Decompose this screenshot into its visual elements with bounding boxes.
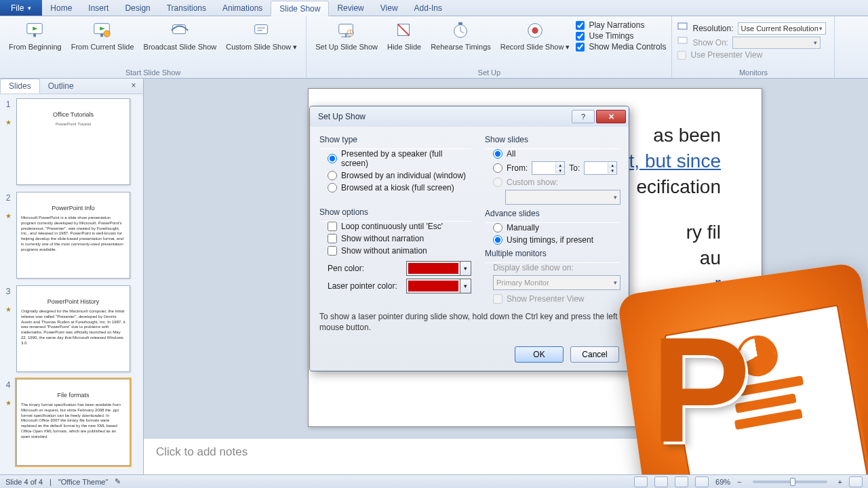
tab-transitions[interactable]: Transitions	[159, 0, 214, 16]
custom-show-combo	[505, 190, 620, 205]
tab-slide-show[interactable]: Slide Show	[271, 1, 329, 16]
zoom-slider[interactable]	[753, 481, 827, 483]
group-setup-label: Set Up	[312, 68, 666, 78]
notes-pane[interactable]: Click to add notes	[144, 438, 868, 474]
laser-color-label: Laser pointer color:	[328, 281, 402, 291]
cancel-button[interactable]: Cancel	[570, 346, 619, 363]
broadcast-label: Broadcast Slide Show	[144, 43, 217, 51]
dialog-titlebar[interactable]: Set Up Show ? ✕	[310, 106, 629, 127]
opt-presented[interactable]: Presented by a speaker (full screen)	[328, 149, 471, 168]
thumbnail-3[interactable]: 3★ PowerPoint HistoryOriginally designed…	[4, 285, 139, 372]
opt-from-to[interactable]: From: ▲▼ To: ▲▼	[493, 161, 620, 175]
status-bar: Slide 4 of 4 | "Office Theme" ✎ 69% − +	[0, 474, 868, 488]
tab-design[interactable]: Design	[117, 0, 158, 16]
opt-manually[interactable]: Manually	[493, 223, 620, 232]
custom-show-button[interactable]: Custom Slide Show ▾	[222, 18, 300, 53]
presenter-view-check: Use Presenter View	[677, 50, 829, 60]
svg-rect-2	[33, 34, 36, 37]
record-icon	[524, 20, 546, 41]
resolution-select[interactable]: Use Current Resolution	[738, 22, 826, 35]
show-slides-heading: Show slides	[485, 135, 620, 144]
panel-tab-outline[interactable]: Outline	[40, 79, 82, 93]
thumbnail-1[interactable]: 1★ Office TutorialsPowerPoint Tutorial	[4, 98, 139, 185]
dialog-help-button[interactable]: ?	[572, 110, 595, 123]
tab-animations[interactable]: Animations	[214, 0, 271, 16]
tab-home[interactable]: Home	[42, 0, 80, 16]
zoom-in-button[interactable]: +	[838, 478, 842, 486]
view-normal-button[interactable]	[634, 476, 648, 487]
opt-no-animation[interactable]: Show without animation	[328, 246, 471, 256]
resolution-icon	[677, 22, 688, 35]
svg-rect-11	[339, 24, 353, 34]
ok-button[interactable]: OK	[515, 346, 564, 363]
broadcast-icon	[169, 20, 191, 41]
status-slide: Slide 4 of 4	[5, 478, 43, 486]
setup-show-button[interactable]: Set Up Slide Show	[312, 18, 381, 53]
view-slideshow-button[interactable]	[695, 476, 709, 487]
svg-rect-5	[100, 34, 103, 37]
group-start-label: Start Slide Show	[5, 68, 300, 78]
dialog-hint: To show a laser pointer during slide sho…	[319, 312, 619, 333]
from-beginning-button[interactable]: From Beginning	[5, 18, 65, 53]
view-sorter-button[interactable]	[654, 476, 668, 487]
opt-loop[interactable]: Loop continuously until 'Esc'	[328, 222, 471, 231]
thumbnail-4[interactable]: 4★ File formatsThe binary format specifi…	[4, 379, 139, 466]
show-media-check[interactable]: Show Media Controls	[576, 42, 666, 52]
view-reading-button[interactable]	[675, 476, 688, 487]
thumbnail-2[interactable]: 2★ PowerPoint InfoMicrosoft PowerPoint i…	[4, 192, 139, 279]
zoom-out-button[interactable]: −	[737, 478, 741, 486]
broadcast-button[interactable]: Broadcast Slide Show	[140, 18, 220, 53]
opt-timings[interactable]: Using timings, if present	[493, 235, 620, 245]
custom-show-icon	[251, 20, 273, 41]
thumbnail-list[interactable]: 1★ Office TutorialsPowerPoint Tutorial2★…	[0, 94, 143, 474]
svg-rect-9	[257, 27, 264, 28]
resolution-row[interactable]: Resolution: Use Current Resolution	[677, 22, 829, 35]
play-current-icon	[92, 20, 113, 41]
tab-insert[interactable]: Insert	[80, 0, 117, 16]
laser-color-combo[interactable]: ▾	[406, 279, 471, 293]
status-theme: "Office Theme"	[58, 478, 108, 486]
tab-review[interactable]: Review	[329, 0, 372, 16]
panel-close-icon[interactable]: ×	[128, 81, 139, 92]
hide-slide-label: Hide Slide	[387, 43, 421, 51]
svg-point-19	[532, 27, 538, 33]
fit-to-window-button[interactable]	[849, 476, 863, 487]
custom-show-label: Custom Slide Show ▾	[226, 43, 297, 51]
show-on-label: Show On:	[692, 38, 728, 47]
from-beginning-label: From Beginning	[9, 43, 62, 51]
slides-panel: Slides Outline × 1★ Office TutorialsPowe…	[0, 79, 144, 474]
svg-rect-21	[678, 37, 687, 43]
opt-no-narration[interactable]: Show without narration	[328, 234, 471, 243]
from-current-button[interactable]: From Current Slide	[68, 18, 138, 53]
play-screen-icon	[24, 20, 46, 41]
rehearse-icon	[450, 20, 471, 41]
svg-rect-17	[459, 22, 463, 25]
opt-all-slides[interactable]: All	[493, 149, 620, 159]
svg-rect-20	[678, 23, 687, 29]
play-narrations-check[interactable]: Play Narrations	[576, 20, 666, 30]
opt-browsed-kiosk[interactable]: Browsed at a kiosk (full screen)	[328, 183, 471, 192]
dialog-title: Set Up Show	[318, 112, 366, 121]
show-on-icon	[677, 36, 688, 49]
panel-tab-slides[interactable]: Slides	[0, 79, 40, 94]
spellcheck-icon[interactable]: ✎	[115, 477, 121, 486]
tab-view[interactable]: View	[372, 0, 406, 16]
rehearse-button[interactable]: Rehearse Timings	[427, 18, 494, 53]
opt-show-presenter-view: Show Presenter View	[493, 294, 620, 304]
opt-browsed-individual[interactable]: Browsed by an individual (window)	[328, 171, 471, 180]
record-button[interactable]: Record Slide Show ▾	[497, 18, 574, 53]
setup-show-label: Set Up Slide Show	[315, 43, 378, 51]
display-on-label: Display slide show on:	[493, 263, 620, 272]
tab-addins[interactable]: Add-Ins	[406, 0, 450, 16]
show-type-heading: Show type	[319, 135, 471, 144]
file-tab[interactable]: File ▾	[0, 0, 42, 16]
use-timings-check[interactable]: Use Timings	[576, 31, 666, 41]
setup-show-dialog: Set Up Show ? ✕ Show type Presented by a…	[309, 106, 629, 371]
hide-slide-button[interactable]: Hide Slide	[384, 18, 425, 53]
dialog-close-button[interactable]: ✕	[596, 110, 626, 123]
from-spinner[interactable]: ▲▼	[532, 161, 565, 175]
to-spinner[interactable]: ▲▼	[584, 161, 617, 175]
pen-color-combo[interactable]: ▾	[406, 261, 471, 276]
ribbon: From Beginning From Current Slide Broadc…	[0, 16, 868, 79]
group-monitors-label: Monitors	[677, 68, 829, 78]
